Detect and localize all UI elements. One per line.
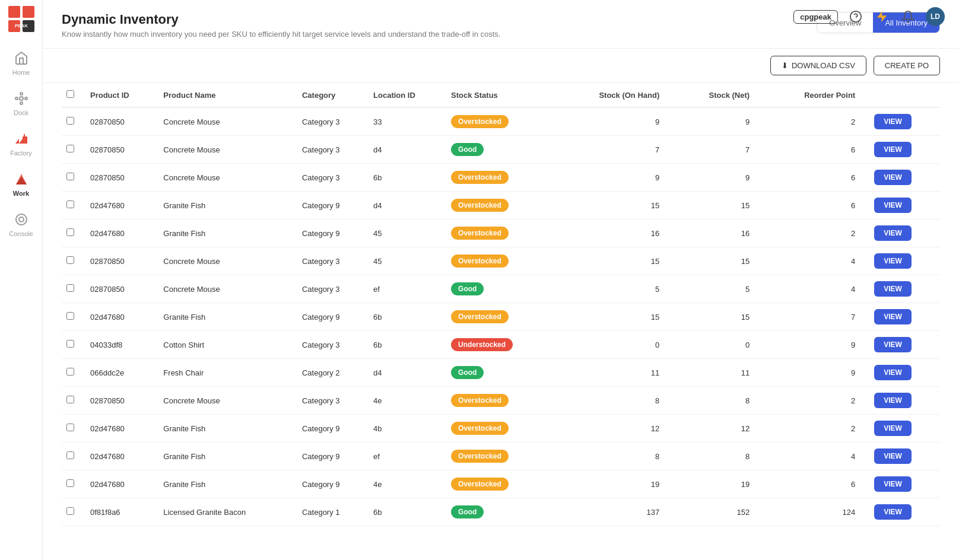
- svg-marker-15: [16, 177, 27, 184]
- cell-category: Category 9: [297, 219, 369, 247]
- row-checkbox-9[interactable]: [66, 368, 74, 376]
- cell-stock-net: 9: [674, 164, 764, 192]
- row-checkbox-cell[interactable]: [62, 107, 85, 136]
- row-checkbox-3[interactable]: [66, 201, 74, 208]
- sidebar-item-home[interactable]: Home: [0, 43, 42, 83]
- view-button-9[interactable]: VIEW: [874, 365, 912, 380]
- cell-view-action[interactable]: VIEW: [869, 498, 940, 526]
- table-row: 02d47680 Granite Fish Category 9 4b Over…: [62, 415, 940, 443]
- cell-stock-on-hand: 8: [554, 443, 674, 470]
- row-checkbox-0[interactable]: [66, 117, 74, 125]
- cell-category: Category 1: [297, 498, 369, 526]
- row-checkbox-cell[interactable]: [62, 387, 85, 415]
- row-checkbox-cell[interactable]: [62, 219, 85, 247]
- cell-view-action[interactable]: VIEW: [869, 331, 940, 359]
- cell-view-action[interactable]: VIEW: [869, 415, 940, 443]
- cell-view-action[interactable]: VIEW: [869, 192, 940, 219]
- status-badge: Overstocked: [451, 254, 509, 268]
- row-checkbox-cell[interactable]: [62, 415, 85, 443]
- view-button-8[interactable]: VIEW: [874, 337, 912, 352]
- row-checkbox-13[interactable]: [66, 479, 74, 487]
- view-button-5[interactable]: VIEW: [874, 253, 912, 269]
- row-checkbox-cell[interactable]: [62, 164, 85, 192]
- view-button-1[interactable]: VIEW: [874, 142, 912, 157]
- cell-location-id: 4b: [369, 415, 446, 443]
- table-row: 02870850 Concrete Mouse Category 3 ef Go…: [62, 275, 940, 303]
- app-logo[interactable]: PEAK: [7, 5, 36, 33]
- cell-view-action[interactable]: VIEW: [869, 275, 940, 303]
- row-checkbox-12[interactable]: [66, 451, 74, 459]
- cell-stock-net: 7: [674, 136, 764, 164]
- view-button-4[interactable]: VIEW: [874, 225, 912, 241]
- cell-view-action[interactable]: VIEW: [869, 136, 940, 164]
- cell-category: Category 3: [297, 387, 369, 415]
- view-button-11[interactable]: VIEW: [874, 421, 912, 436]
- cell-product-id: 02870850: [85, 387, 158, 415]
- cell-view-action[interactable]: VIEW: [869, 107, 940, 136]
- cell-stock-status: Overstocked: [446, 219, 554, 247]
- row-checkbox-7[interactable]: [66, 312, 74, 320]
- view-button-10[interactable]: VIEW: [874, 393, 912, 408]
- lightning-icon[interactable]: [874, 8, 890, 25]
- cell-product-id: 02870850: [85, 275, 158, 303]
- row-checkbox-6[interactable]: [66, 284, 74, 292]
- cell-location-id: d4: [369, 359, 446, 387]
- sidebar-item-work[interactable]: Work: [0, 164, 42, 204]
- select-all-checkbox[interactable]: [66, 90, 74, 98]
- row-checkbox-cell[interactable]: [62, 443, 85, 470]
- view-button-14[interactable]: VIEW: [874, 504, 912, 520]
- row-checkbox-14[interactable]: [66, 507, 74, 515]
- row-checkbox-11[interactable]: [66, 424, 74, 431]
- sidebar-item-factory[interactable]: Factory: [0, 123, 42, 164]
- table-row: 02d47680 Granite Fish Category 9 45 Over…: [62, 219, 940, 247]
- view-button-12[interactable]: VIEW: [874, 448, 912, 464]
- cell-view-action[interactable]: VIEW: [869, 387, 940, 415]
- row-checkbox-1[interactable]: [66, 145, 74, 152]
- view-button-3[interactable]: VIEW: [874, 198, 912, 213]
- download-csv-button[interactable]: ⬇ DOWNLOAD CSV: [770, 56, 866, 75]
- sidebar-item-console[interactable]: Console: [0, 204, 42, 244]
- cell-stock-status: Good: [446, 275, 554, 303]
- cell-view-action[interactable]: VIEW: [869, 443, 940, 470]
- svg-rect-13: [24, 134, 25, 136]
- view-button-6[interactable]: VIEW: [874, 281, 912, 297]
- view-button-7[interactable]: VIEW: [874, 309, 912, 324]
- view-button-2[interactable]: VIEW: [874, 170, 912, 185]
- cell-reorder-point: 2: [764, 415, 869, 443]
- view-button-13[interactable]: VIEW: [874, 476, 912, 492]
- cell-view-action[interactable]: VIEW: [869, 470, 940, 498]
- user-avatar[interactable]: LD: [926, 7, 945, 26]
- view-button-0[interactable]: VIEW: [874, 114, 912, 129]
- row-checkbox-2[interactable]: [66, 173, 74, 180]
- help-icon[interactable]: [847, 8, 864, 25]
- row-checkbox-10[interactable]: [66, 396, 74, 403]
- create-po-button[interactable]: CREATE PO: [874, 56, 940, 75]
- row-checkbox-cell[interactable]: [62, 136, 85, 164]
- sidebar-item-label: Work: [13, 190, 29, 197]
- row-checkbox-cell[interactable]: [62, 359, 85, 387]
- row-checkbox-cell[interactable]: [62, 192, 85, 219]
- row-checkbox-cell[interactable]: [62, 303, 85, 331]
- row-checkbox-cell[interactable]: [62, 275, 85, 303]
- topbar: cpgpeak LD: [793, 0, 959, 33]
- row-checkbox-cell[interactable]: [62, 331, 85, 359]
- cell-stock-status: Overstocked: [446, 107, 554, 136]
- cell-view-action[interactable]: VIEW: [869, 164, 940, 192]
- bell-icon[interactable]: [900, 8, 916, 25]
- row-checkbox-cell[interactable]: [62, 247, 85, 275]
- sidebar-item-dock[interactable]: Dock: [0, 83, 42, 123]
- row-checkbox-4[interactable]: [66, 228, 74, 236]
- row-checkbox-5[interactable]: [66, 256, 74, 264]
- row-checkbox-8[interactable]: [66, 340, 74, 348]
- row-checkbox-cell[interactable]: [62, 470, 85, 498]
- cell-view-action[interactable]: VIEW: [869, 359, 940, 387]
- svg-point-9: [20, 102, 23, 104]
- cell-location-id: ef: [369, 275, 446, 303]
- select-all-header[interactable]: [62, 83, 85, 107]
- cell-stock-on-hand: 8: [554, 387, 674, 415]
- row-checkbox-cell[interactable]: [62, 498, 85, 526]
- cell-stock-status: Good: [446, 359, 554, 387]
- cell-view-action[interactable]: VIEW: [869, 303, 940, 331]
- cell-view-action[interactable]: VIEW: [869, 219, 940, 247]
- cell-view-action[interactable]: VIEW: [869, 247, 940, 275]
